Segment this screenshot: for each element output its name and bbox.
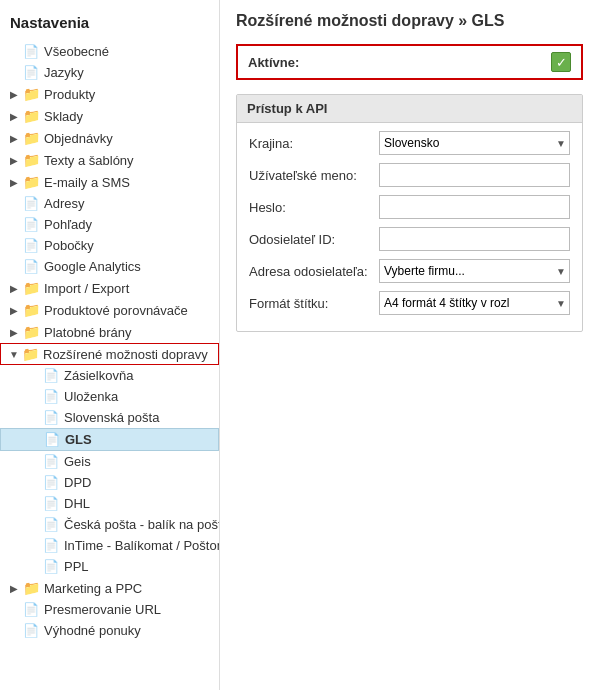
form-select-0[interactable]: SlovenskoČeská republika: [379, 131, 570, 155]
file-icon-pohlady: 📄: [23, 217, 39, 232]
file-icon-ppl: 📄: [43, 559, 59, 574]
file-icon-presmerovanie: 📄: [23, 602, 39, 617]
form-label-2: Heslo:: [249, 200, 379, 215]
folder-icon-emaily: 📁: [23, 174, 39, 190]
sidebar-item-produktove-porovnavace[interactable]: ▶📁Produktové porovnávače: [0, 299, 219, 321]
page-title: Rozšírené možnosti dopravy » GLS: [236, 12, 583, 30]
folder-icon-texty: 📁: [23, 152, 39, 168]
sidebar-item-pobocky[interactable]: 📄Pobočky: [0, 235, 219, 256]
sidebar-item-adresy[interactable]: 📄Adresy: [0, 193, 219, 214]
sidebar-label-marketing: Marketing a PPC: [44, 581, 142, 596]
sidebar-label-rozsirene: Rozšírené možnosti dopravy: [43, 347, 208, 362]
form-input-1[interactable]: [379, 163, 570, 187]
arrow-icon-texty: ▶: [10, 155, 20, 166]
sidebar-label-jazyky: Jazyky: [44, 65, 84, 80]
form-select-4[interactable]: Vyberte firmu...: [379, 259, 570, 283]
sidebar-item-gls[interactable]: 📄GLS: [0, 428, 219, 451]
sidebar-item-vseobecne[interactable]: 📄Všeobecné: [0, 41, 219, 62]
sidebar-item-jazyky[interactable]: 📄Jazyky: [0, 62, 219, 83]
arrow-icon-rozsirene: ▼: [9, 349, 19, 360]
sidebar-item-rozsirene[interactable]: ▼📁Rozšírené možnosti dopravy: [0, 343, 219, 365]
folder-icon-produktove-porovnavace: 📁: [23, 302, 39, 318]
arrow-icon-marketing: ▶: [10, 583, 20, 594]
file-icon-jazyky: 📄: [23, 65, 39, 80]
form-select-5[interactable]: A4 formát 4 štítky v rozl: [379, 291, 570, 315]
file-icon-slovenska-posta: 📄: [43, 410, 59, 425]
file-icon-dpd: 📄: [43, 475, 59, 490]
sidebar: Nastavenia 📄Všeobecné📄Jazyky▶📁Produkty▶📁…: [0, 0, 220, 690]
sidebar-label-dpd: DPD: [64, 475, 91, 490]
sidebar-title: Nastavenia: [0, 8, 219, 41]
sidebar-item-texty[interactable]: ▶📁Texty a šablóny: [0, 149, 219, 171]
form-input-3[interactable]: [379, 227, 570, 251]
sidebar-label-emaily: E-maily a SMS: [44, 175, 130, 190]
file-icon-adresy: 📄: [23, 196, 39, 211]
api-section-title: Prístup k API: [237, 95, 582, 123]
form-row-0: Krajina:SlovenskoČeská republika: [249, 131, 570, 155]
sidebar-item-intime[interactable]: 📄InTime - Balíkomat / Poštomat: [0, 535, 219, 556]
arrow-icon-produktove-porovnavace: ▶: [10, 305, 20, 316]
select-wrapper-4: Vyberte firmu...: [379, 259, 570, 283]
api-content: Krajina:SlovenskoČeská republikaUžívateľ…: [237, 123, 582, 331]
sidebar-item-presmerovanie[interactable]: 📄Presmerovanie URL: [0, 599, 219, 620]
sidebar-item-produkty[interactable]: ▶📁Produkty: [0, 83, 219, 105]
sidebar-item-dpd[interactable]: 📄DPD: [0, 472, 219, 493]
sidebar-label-objednavky: Objednávky: [44, 131, 113, 146]
sidebar-label-vseobecne: Všeobecné: [44, 44, 109, 59]
sidebar-label-ppl: PPL: [64, 559, 89, 574]
sidebar-label-google-analytics: Google Analytics: [44, 259, 141, 274]
sidebar-label-ulozena: Uloženka: [64, 389, 118, 404]
sidebar-item-emaily[interactable]: ▶📁E-maily a SMS: [0, 171, 219, 193]
select-wrapper-0: SlovenskoČeská republika: [379, 131, 570, 155]
sidebar-item-slovenska-posta[interactable]: 📄Slovenská pošta: [0, 407, 219, 428]
form-label-3: Odosielateľ ID:: [249, 232, 379, 247]
folder-icon-sklady: 📁: [23, 108, 39, 124]
form-row-1: Užívateľské meno:: [249, 163, 570, 187]
arrow-icon-produkty: ▶: [10, 89, 20, 100]
sidebar-label-import-export: Import / Export: [44, 281, 129, 296]
file-icon-zasielkovna: 📄: [43, 368, 59, 383]
file-icon-dhl: 📄: [43, 496, 59, 511]
sidebar-item-platobne-brany[interactable]: ▶📁Platobné brány: [0, 321, 219, 343]
file-icon-intime: 📄: [43, 538, 59, 553]
arrow-icon-sklady: ▶: [10, 111, 20, 122]
sidebar-label-platobne-brany: Platobné brány: [44, 325, 131, 340]
sidebar-item-ppl[interactable]: 📄PPL: [0, 556, 219, 577]
arrow-icon-objednavky: ▶: [10, 133, 20, 144]
sidebar-item-ceska-posta[interactable]: 📄Česká pošta - balík na poštu: [0, 514, 219, 535]
api-section: Prístup k API Krajina:SlovenskoČeská rep…: [236, 94, 583, 332]
sidebar-label-adresy: Adresy: [44, 196, 84, 211]
sidebar-item-objednavky[interactable]: ▶📁Objednávky: [0, 127, 219, 149]
file-icon-pobocky: 📄: [23, 238, 39, 253]
sidebar-label-produkty: Produkty: [44, 87, 95, 102]
sidebar-item-google-analytics[interactable]: 📄Google Analytics: [0, 256, 219, 277]
folder-icon-objednavky: 📁: [23, 130, 39, 146]
sidebar-label-slovenska-posta: Slovenská pošta: [64, 410, 159, 425]
sidebar-label-vyhodne-ponuky: Výhodné ponuky: [44, 623, 141, 638]
form-input-2[interactable]: [379, 195, 570, 219]
form-row-3: Odosielateľ ID:: [249, 227, 570, 251]
sidebar-item-dhl[interactable]: 📄DHL: [0, 493, 219, 514]
sidebar-label-produktove-porovnavace: Produktové porovnávače: [44, 303, 188, 318]
sidebar-label-presmerovanie: Presmerovanie URL: [44, 602, 161, 617]
sidebar-label-pobocky: Pobočky: [44, 238, 94, 253]
sidebar-item-sklady[interactable]: ▶📁Sklady: [0, 105, 219, 127]
sidebar-item-vyhodne-ponuky[interactable]: 📄Výhodné ponuky: [0, 620, 219, 641]
form-label-1: Užívateľské meno:: [249, 168, 379, 183]
sidebar-item-ulozena[interactable]: 📄Uloženka: [0, 386, 219, 407]
sidebar-item-marketing[interactable]: ▶📁Marketing a PPC: [0, 577, 219, 599]
folder-icon-import-export: 📁: [23, 280, 39, 296]
sidebar-item-zasielkovna[interactable]: 📄Zásielkovňa: [0, 365, 219, 386]
file-icon-ceska-posta: 📄: [43, 517, 59, 532]
sidebar-label-pohlady: Pohľady: [44, 217, 92, 232]
sidebar-item-pohlady[interactable]: 📄Pohľady: [0, 214, 219, 235]
folder-icon-marketing: 📁: [23, 580, 39, 596]
active-label: Aktívne:: [248, 55, 551, 70]
active-checkbox[interactable]: ✓: [551, 52, 571, 72]
active-row: Aktívne: ✓: [236, 44, 583, 80]
sidebar-label-intime: InTime - Balíkomat / Poštomat: [64, 538, 220, 553]
sidebar-item-geis[interactable]: 📄Geis: [0, 451, 219, 472]
file-icon-google-analytics: 📄: [23, 259, 39, 274]
sidebar-item-import-export[interactable]: ▶📁Import / Export: [0, 277, 219, 299]
file-icon-vyhodne-ponuky: 📄: [23, 623, 39, 638]
